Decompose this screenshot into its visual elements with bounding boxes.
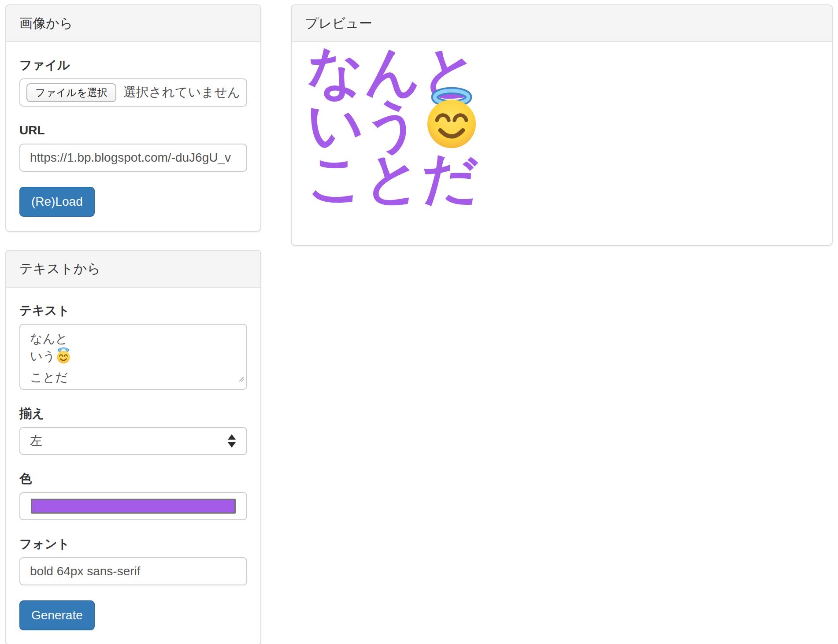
preview-image: なんと いう ことだ: [292, 42, 832, 216]
file-label: ファイル: [19, 56, 247, 74]
text-panel-body: テキスト なんと いう ことだ 揃え 左 色: [6, 288, 260, 644]
generate-button[interactable]: Generate: [19, 600, 95, 630]
align-select-value: 左: [30, 433, 42, 449]
text-label: テキスト: [19, 302, 247, 319]
color-label: 色: [19, 470, 247, 488]
page: 画像から ファイル ファイルを選択 選択されていません URL (Re)Load: [0, 0, 838, 644]
image-panel-title: 画像から: [19, 15, 247, 32]
smiling-face-with-halo-emoji-icon: [56, 348, 71, 369]
preview-text: なんと いう ことだ: [307, 56, 819, 216]
preview-panel: プレビュー なんと いう ことだ: [291, 4, 833, 246]
textarea-line: なんと: [30, 330, 237, 348]
text-panel-heading: テキストから: [6, 251, 260, 288]
textarea-line: いう: [30, 348, 237, 369]
font-label: フォント: [19, 535, 247, 553]
image-panel-body: ファイル ファイルを選択 選択されていません URL (Re)Load: [6, 42, 260, 231]
select-arrows-icon: [228, 434, 236, 448]
file-status-text: 選択されていません: [123, 84, 241, 101]
align-select[interactable]: 左: [19, 427, 247, 455]
right-column: プレビュー なんと いう ことだ: [291, 4, 833, 246]
color-swatch: [31, 499, 236, 514]
file-select-button[interactable]: ファイルを選択: [26, 83, 116, 102]
preview-panel-title: プレビュー: [305, 15, 819, 32]
text-area[interactable]: なんと いう ことだ: [19, 324, 247, 390]
file-input[interactable]: ファイルを選択 選択されていません: [19, 78, 247, 107]
text-panel-title: テキストから: [19, 260, 247, 278]
left-column: 画像から ファイル ファイルを選択 選択されていません URL (Re)Load: [5, 4, 261, 644]
reload-button[interactable]: (Re)Load: [19, 187, 95, 217]
url-label: URL: [19, 122, 247, 139]
url-input[interactable]: [19, 144, 247, 172]
font-input[interactable]: [19, 557, 247, 585]
image-panel-heading: 画像から: [6, 5, 260, 42]
color-input[interactable]: [19, 492, 247, 520]
textarea-line: ことだ: [30, 369, 237, 386]
align-label: 揃え: [19, 405, 247, 422]
image-panel: 画像から ファイル ファイルを選択 選択されていません URL (Re)Load: [5, 4, 261, 232]
resize-handle-icon[interactable]: [237, 369, 244, 387]
text-panel: テキストから テキスト なんと いう ことだ 揃え 左: [5, 250, 261, 644]
preview-line: ことだ: [307, 163, 819, 216]
